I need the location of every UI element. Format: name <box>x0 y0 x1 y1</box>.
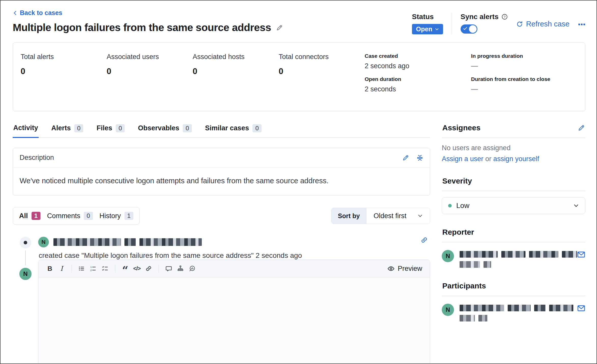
quote-button[interactable]: “ <box>119 263 131 274</box>
tab-alerts[interactable]: Alerts 0 <box>51 123 84 137</box>
lens-visualization-button[interactable] <box>186 263 198 274</box>
header-actions: Status Open Sync alerts ? <box>412 13 585 34</box>
status-dropdown-button[interactable]: Open <box>412 24 443 34</box>
participants-title: Participants <box>442 282 486 290</box>
metric-value: 0 <box>279 66 365 76</box>
tab-label: Alerts <box>51 124 71 132</box>
assignees-header: Assignees <box>442 123 585 138</box>
email-icon[interactable] <box>577 250 585 259</box>
duration-value: — <box>471 85 577 93</box>
header-divider <box>452 13 452 34</box>
boxes-horizontal-icon <box>578 21 585 28</box>
back-to-cases-link[interactable]: Back to cases <box>13 9 62 17</box>
copy-link-icon[interactable] <box>421 237 428 244</box>
metric-value: 0 <box>193 66 279 76</box>
status-block: Status Open <box>412 13 443 34</box>
durations-column-left: Case created 2 seconds ago Open duration… <box>365 53 471 99</box>
sync-alerts-block: Sync alerts ? <box>461 13 508 34</box>
filter-history[interactable]: History 1 <box>100 212 133 220</box>
timeline-connector-line <box>25 250 26 260</box>
timeline-rail <box>13 237 38 260</box>
tab-similar-cases[interactable]: Similar cases 0 <box>205 123 262 137</box>
help-icon[interactable]: ? <box>502 14 508 20</box>
toolbar-divider <box>159 264 159 273</box>
tab-label: Similar cases <box>205 124 249 132</box>
email-icon[interactable] <box>577 304 585 312</box>
italic-button[interactable]: I <box>56 263 67 274</box>
sort-by-label: Sort by <box>332 208 366 224</box>
description-text: We've noticed multiple consecutive logon… <box>13 167 430 195</box>
tab-count-badge: 0 <box>252 124 261 132</box>
refresh-icon <box>516 21 523 27</box>
metric-label: Total connectors <box>279 53 365 61</box>
sort-order-select[interactable]: Oldest first <box>366 208 430 224</box>
metric-value: 0 <box>107 66 193 76</box>
link-button[interactable] <box>143 263 154 274</box>
timeline-diagram-button[interactable] <box>175 263 186 274</box>
more-actions-button[interactable] <box>578 21 585 28</box>
activity-filter-row: All 1 Comments 0 History 1 Sort by <box>13 207 430 225</box>
severity-section: Severity Low <box>442 176 585 214</box>
comment-textarea[interactable] <box>38 277 430 364</box>
unordered-list-button[interactable] <box>76 263 88 274</box>
assignees-body: No users are assigned Assign a user or a… <box>442 138 585 163</box>
redacted-username <box>53 238 202 246</box>
header-left: Back to cases Multiple logon failures fr… <box>13 9 283 34</box>
tab-activity[interactable]: Activity <box>13 123 39 138</box>
severity-select[interactable]: Low <box>442 197 585 214</box>
filter-all-label: All <box>19 212 28 220</box>
description-panel: Description We've noticed multiple conse… <box>13 148 430 195</box>
chevron-down-icon <box>573 203 579 208</box>
tab-count-badge: 0 <box>116 124 125 132</box>
svg-text:2: 2 <box>90 269 92 272</box>
redacted-text <box>534 305 546 311</box>
edit-title-icon[interactable] <box>276 24 283 31</box>
filter-comments-count-badge: 0 <box>84 212 93 220</box>
edit-assignees-icon[interactable] <box>578 124 585 131</box>
bold-button[interactable]: B <box>44 263 56 274</box>
filter-comments[interactable]: Comments 0 <box>47 212 93 220</box>
tab-files[interactable]: Files 0 <box>96 123 125 137</box>
reporter-header: Reporter <box>442 227 585 242</box>
case-metrics-panel: Total alerts 0 Associated users 0 Associ… <box>13 43 585 111</box>
ordered-list-button[interactable]: 12 <box>88 263 99 274</box>
redacted-text <box>484 261 491 268</box>
svg-text:1: 1 <box>90 265 92 268</box>
tab-label: Files <box>96 124 112 132</box>
metric-total-connectors: Total connectors 0 <box>279 53 365 99</box>
chevron-down-icon <box>418 213 423 218</box>
timeline-marker <box>20 237 31 248</box>
reporter-title: Reporter <box>442 228 474 236</box>
no-assignees-text: No users are assigned <box>442 144 585 152</box>
redacted-text <box>508 305 531 311</box>
code-button[interactable]: </> <box>131 263 143 274</box>
chevron-left-icon <box>13 10 18 16</box>
status-label: Status <box>412 13 443 21</box>
sort-control: Sort by Oldest first <box>331 208 430 224</box>
sync-alerts-label: Sync alerts <box>461 13 499 21</box>
reporter-section: Reporter N <box>442 227 585 268</box>
collapse-description-icon[interactable] <box>417 155 423 161</box>
sync-alerts-toggle[interactable] <box>461 24 477 34</box>
durations-column-right: In progress duration — Duration from cre… <box>471 53 577 99</box>
assign-yourself-link[interactable]: assign yourself <box>493 155 539 163</box>
preview-button[interactable]: Preview <box>388 265 424 273</box>
tab-observables[interactable]: Observables 0 <box>137 123 192 137</box>
assign-a-user-link[interactable]: Assign a user <box>442 155 484 163</box>
metric-value: 0 <box>21 66 107 76</box>
severity-value: Low <box>456 202 569 210</box>
duration-label: Open duration <box>365 76 471 82</box>
edit-description-icon[interactable] <box>402 155 409 161</box>
case-detail-page: Back to cases Multiple logon failures fr… <box>1 1 596 364</box>
assign-links: Assign a user or assign yourself <box>442 155 585 163</box>
refresh-case-button[interactable]: Refresh case <box>516 20 570 28</box>
editor-toolbar: B I 12 “ </> <box>38 260 430 277</box>
redacted-text <box>529 251 558 258</box>
filter-all[interactable]: All 1 <box>19 212 40 220</box>
checklist-button[interactable] <box>99 263 111 274</box>
avatar: N <box>19 268 32 280</box>
redacted-text <box>549 305 573 311</box>
comment-button[interactable] <box>163 263 175 274</box>
severity-header: Severity <box>442 176 585 191</box>
filter-history-label: History <box>100 212 121 220</box>
